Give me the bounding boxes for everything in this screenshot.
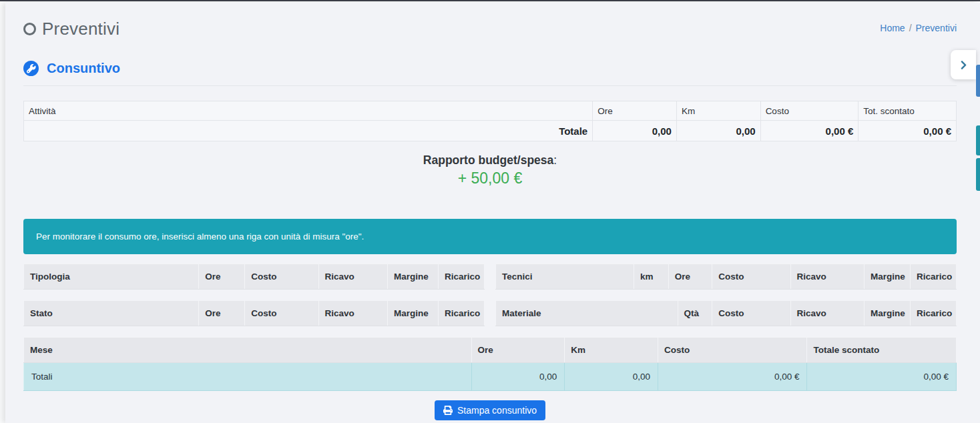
summary-total-km: 0,00 (676, 121, 760, 141)
monthly-totals-label: Totali (24, 363, 472, 391)
consuntivo-section-header: Consuntivo (23, 61, 957, 86)
stato-header: Stato (24, 301, 199, 326)
tipologia-ore: Ore (199, 264, 245, 290)
breakdown-right-column: Tecnici km Ore Costo Ricavo Margine Rica… (495, 264, 957, 337)
tecnici-ore: Ore (668, 264, 712, 290)
tecnici-ricavo: Ricavo (790, 264, 864, 290)
side-tab-teal-2[interactable] (976, 158, 980, 191)
monthly-totals-row: Totali 0,00 0,00 0,00 € 0,00 € (24, 363, 957, 391)
section-title: Consuntivo (47, 61, 120, 76)
materiale-header: Materiale (496, 301, 678, 326)
tecnici-margine: Margine (864, 264, 910, 290)
tecnici-costo: Costo (712, 264, 790, 290)
tipologia-ricavo: Ricavo (318, 264, 388, 290)
materiale-margine: Margine (864, 301, 910, 326)
tipologia-ricarico: Ricarico (438, 264, 484, 290)
summary-total-label: Totale (24, 121, 593, 141)
side-tab-blue[interactable] (976, 65, 980, 97)
tipologia-costo: Costo (245, 264, 318, 290)
side-tab-teal-1[interactable] (976, 125, 980, 155)
breadcrumb-current-link[interactable]: Preventivi (916, 23, 957, 33)
summary-header-attivita: Attività (24, 101, 593, 121)
breadcrumb-separator: / (909, 23, 912, 33)
stato-margine: Margine (388, 301, 439, 326)
summary-header-km: Km (676, 101, 760, 121)
tecnici-ricarico: Ricarico (910, 264, 956, 290)
tecnici-header: Tecnici (496, 264, 634, 290)
breadcrumb: Home/Preventivi (880, 23, 957, 33)
monthly-header-totale-scontato: Totale scontato (807, 338, 957, 363)
main-panel: Preventivi Home/Preventivi Consuntivo At… (5, 3, 980, 423)
breadcrumb-home-link[interactable]: Home (880, 23, 905, 33)
summary-header-costo: Costo (760, 101, 859, 121)
tecnici-table: Tecnici km Ore Costo Ricavo Margine Rica… (495, 264, 957, 290)
info-banner: Per monitorare il consumo ore, inserisci… (23, 219, 957, 254)
stato-ricarico: Ricarico (438, 301, 484, 326)
budget-ratio: Rapporto budget/spesa: + 50,00 € (23, 153, 957, 187)
monthly-header-ore: Ore (471, 338, 565, 363)
page-title-text: Preventivi (42, 19, 119, 39)
stato-table: Stato Ore Costo Ricavo Margine Ricarico (23, 300, 485, 326)
budget-value: + 50,00 € (23, 169, 957, 187)
printer-icon (443, 406, 453, 415)
summary-total-ore: 0,00 (593, 121, 677, 141)
summary-total-row: Totale 0,00 0,00 0,00 € 0,00 € (24, 121, 957, 141)
monthly-totals-costo: 0,00 € (658, 363, 807, 391)
monthly-totals-scontato: 0,00 € (807, 363, 957, 391)
print-consuntivo-button[interactable]: Stampa consuntivo (435, 400, 545, 420)
materiale-qta: Qtà (678, 301, 712, 326)
chevron-right-icon (959, 60, 969, 70)
monthly-header-mese: Mese (24, 338, 472, 363)
wrench-icon (23, 61, 39, 76)
stato-ore: Ore (199, 301, 245, 326)
monthly-totals-ore: 0,00 (471, 363, 565, 391)
budget-colon: : (553, 153, 557, 167)
materiale-ricarico: Ricarico (910, 301, 956, 326)
monthly-header-costo: Costo (658, 338, 807, 363)
tecnici-km: km (634, 264, 669, 290)
breakdown-grid: Tipologia Ore Costo Ricavo Margine Ricar… (23, 264, 957, 337)
summary-total-costo: 0,00 € (760, 121, 859, 141)
actions-row: Stampa consuntivo (23, 400, 957, 420)
breakdown-left-column: Tipologia Ore Costo Ricavo Margine Ricar… (23, 264, 485, 337)
page-header: Preventivi Home/Preventivi (23, 3, 957, 39)
budget-label: Rapporto budget/spesa (423, 153, 553, 167)
materiale-costo: Costo (712, 301, 790, 326)
summary-header-ore: Ore (593, 101, 677, 121)
info-banner-text: Per monitorare il consumo ore, inserisci… (36, 232, 364, 242)
summary-header-tot-scontato: Tot. scontato (859, 101, 957, 121)
stato-ricavo: Ricavo (318, 301, 388, 326)
activity-summary-table: Attività Ore Km Costo Tot. scontato Tota… (23, 101, 957, 141)
monthly-table: Mese Ore Km Costo Totale scontato Totali… (23, 337, 957, 391)
monthly-totals-km: 0,00 (565, 363, 658, 391)
materiale-ricavo: Ricavo (790, 301, 864, 326)
sidebar-toggle-button[interactable] (951, 50, 976, 79)
materiale-table: Materiale Qtà Costo Ricavo Margine Ricar… (495, 300, 957, 326)
summary-total-scontato: 0,00 € (859, 121, 957, 141)
tipologia-margine: Margine (388, 264, 439, 290)
monthly-header-km: Km (565, 338, 658, 363)
tipologia-header: Tipologia (24, 264, 199, 290)
print-button-label: Stampa consuntivo (457, 405, 537, 416)
page-title: Preventivi (23, 19, 119, 39)
stato-costo: Costo (245, 301, 318, 326)
tipologia-table: Tipologia Ore Costo Ricavo Margine Ricar… (23, 264, 485, 290)
module-ring-icon (23, 23, 36, 35)
